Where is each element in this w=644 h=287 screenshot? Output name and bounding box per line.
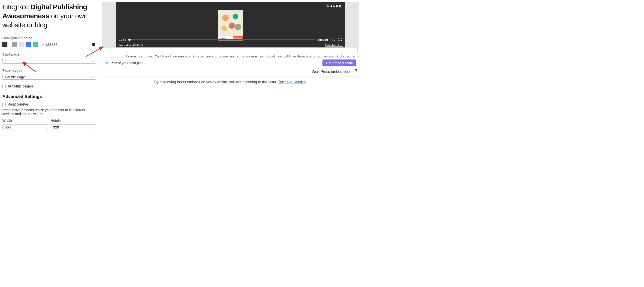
cover-art: [218, 10, 243, 36]
swatch-gray[interactable]: [12, 42, 17, 47]
progress-handle-icon[interactable]: [128, 39, 131, 41]
headline: Integrate Digital Publishing Awesomeness…: [2, 2, 96, 29]
autoflip-label: Autoflip pages: [8, 84, 33, 88]
hex-preview-swatch: [92, 43, 95, 46]
page-layout-select[interactable]: Double Page: [2, 74, 96, 80]
responsive-label: Responsive: [8, 102, 28, 106]
width-input[interactable]: [2, 124, 48, 130]
page-indicator: 1 / 52: [119, 38, 126, 41]
progress-slider[interactable]: [128, 39, 315, 40]
zoom-icon[interactable]: [331, 37, 335, 42]
swatch-light[interactable]: [19, 42, 24, 47]
star-icon: ★: [105, 60, 109, 65]
height-label: Height: [51, 118, 96, 122]
hex-input[interactable]: [46, 42, 92, 46]
embed-code-textarea[interactable]: <iframe sandbox="allow-top-navigation al…: [102, 48, 359, 57]
external-link-icon: [353, 70, 356, 73]
tos-link[interactable]: Terms of Service: [278, 80, 306, 84]
swatch-green[interactable]: [33, 42, 38, 47]
start-page-select[interactable]: 1: [2, 58, 96, 64]
responsive-checkbox[interactable]: [2, 103, 6, 106]
get-embed-code-button[interactable]: Get embed code: [322, 59, 356, 66]
swatch-dark[interactable]: [2, 42, 8, 47]
chevron-down-icon: [91, 75, 94, 78]
swatch-divider: [10, 42, 10, 47]
hash-symbol: #: [40, 42, 46, 46]
swatch-blue[interactable]: [26, 42, 31, 47]
width-label: Width: [2, 118, 48, 122]
publication-cover[interactable]: ◎ issuu Digital Publishing Awesomeness: [218, 10, 243, 40]
fullscreen-icon[interactable]: [338, 37, 342, 42]
page-layout-value: Double Page: [5, 75, 25, 79]
headline-prefix: Integrate: [2, 3, 30, 11]
start-page-label: Start page: [2, 52, 96, 56]
tos-suffix: .: [306, 80, 307, 84]
plan-text: Part of your paid plan: [110, 61, 144, 65]
powered-by-text: Powered by: [118, 44, 131, 46]
bg-color-label: Background color: [2, 36, 96, 40]
tos-text: By displaying Issuu embeds on your websi…: [102, 80, 359, 84]
share-button[interactable]: SHARE: [327, 5, 342, 8]
tos-prefix: By displaying Issuu embeds on your websi…: [154, 80, 278, 84]
height-input[interactable]: [51, 124, 96, 130]
preview-player: SHARE ◎ issuu Digital Publishing Awesome…: [116, 2, 345, 47]
svg-line-1: [334, 40, 335, 41]
preview-container: SHARE ◎ issuu Digital Publishing Awesome…: [102, 2, 359, 47]
resize-handle-icon[interactable]: [357, 56, 358, 57]
publish-for-free-link[interactable]: Publish for Free: [325, 44, 343, 46]
hex-input-wrap[interactable]: #: [40, 42, 96, 47]
wordpress-embed-link[interactable]: WordPress embed code: [312, 70, 356, 74]
scrollbar[interactable]: [357, 48, 358, 52]
page-layout-label: Page layout: [2, 68, 96, 72]
autoflip-checkbox[interactable]: [2, 85, 6, 88]
start-page-value: 1: [5, 59, 7, 63]
advanced-settings-title: Advanced Settings: [2, 94, 96, 99]
issuu-logo-icon[interactable]: ◎issuu: [317, 38, 328, 41]
issuu-logo-footer-icon[interactable]: ◎issuu: [132, 43, 143, 47]
chevron-down-icon: [91, 59, 94, 62]
embed-code-text: <iframe sandbox="allow-top-navigation al…: [105, 55, 355, 57]
wordpress-embed-label: WordPress embed code: [312, 70, 352, 74]
responsive-help-text: Responsive embeds resize your content to…: [2, 108, 96, 116]
